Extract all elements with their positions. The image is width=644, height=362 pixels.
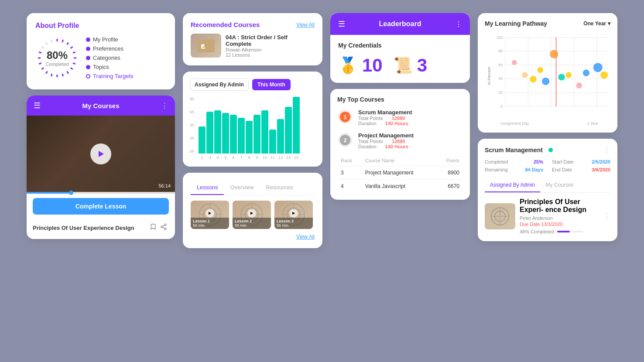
more-options-icon[interactable]: ⋮ xyxy=(161,102,168,110)
profile-item-topics[interactable]: Topics xyxy=(86,62,134,72)
tab-resources[interactable]: Resources xyxy=(260,181,299,195)
lp-header: My Learning Pathway One Year ▾ xyxy=(485,20,610,27)
scrum-course-info: Principles Of User Experi- ence Design P… xyxy=(520,198,599,234)
course-video[interactable]: 56:14 xyxy=(27,116,175,192)
bar-x-label-8: 10 xyxy=(261,155,268,160)
about-profile-card: About Profile xyxy=(27,13,175,89)
svg-line-9 xyxy=(62,74,63,76)
play-button[interactable] xyxy=(90,143,111,164)
top-courses-card: My Top Courses 1 Scrum Management Total … xyxy=(330,89,470,200)
lesson-3-thumb[interactable]: ▶ Lesson 3 55 min xyxy=(274,201,313,229)
svg-line-16 xyxy=(39,52,41,53)
lesson-3-info: Lesson 3 55 min xyxy=(274,218,313,229)
svg-point-73 xyxy=(583,70,589,76)
lp-chevron-icon: ▾ xyxy=(608,20,610,27)
profile-item-categories[interactable]: Categories xyxy=(86,53,134,62)
leaderboard-card: ☰ Leaderboard ⋮ My Credentials 🥇 10 📜 3 xyxy=(330,13,470,83)
course-item-title: 04A : Strict Order / Self Complete xyxy=(226,34,315,47)
svg-line-24 xyxy=(163,227,165,229)
svg-point-21 xyxy=(164,224,166,225)
video-time: 56:14 xyxy=(158,183,171,188)
bar-x-label-1: 3 xyxy=(206,155,213,160)
rank-1-badge: 1 xyxy=(337,109,353,125)
about-profile-title: About Profile xyxy=(35,22,166,30)
top-course-2-name: Project Management xyxy=(358,132,414,139)
profile-item-myprofile[interactable]: My Profile xyxy=(86,35,134,44)
svg-line-12 xyxy=(46,71,48,73)
assigned-by-admin-dropdown[interactable]: Assigned By Admin xyxy=(190,79,249,91)
leaderboard-hamburger-icon[interactable]: ☰ xyxy=(338,19,345,29)
recommended-course-item: 📝 04A : Strict Order / Self Complete Row… xyxy=(191,34,315,58)
scrum-title-row: Scrum Management xyxy=(485,146,553,154)
bar-x-label-5: 7 xyxy=(238,155,245,160)
profile-percent: 80% xyxy=(45,49,69,61)
svg-line-7 xyxy=(71,68,73,69)
this-month-button[interactable]: This Month xyxy=(252,79,291,90)
scrum-active-dot xyxy=(548,148,553,152)
course-title: Principles Of User Experience Design xyxy=(33,225,148,231)
recommended-title: Recomended Courses xyxy=(191,21,260,28)
stat-start-date: Start Date 2/5/2020 xyxy=(552,159,610,164)
bookmark-button[interactable] xyxy=(148,223,158,232)
hamburger-icon[interactable]: ☰ xyxy=(34,101,41,110)
top-course-2-info: Project Management Total Points 12880 Du… xyxy=(358,132,414,149)
lesson-2-thumb[interactable]: ▶ Lesson 2 55 min xyxy=(233,201,271,229)
complete-lesson-button[interactable]: Complete Lesson xyxy=(33,198,169,215)
lesson-2-play[interactable]: ▶ xyxy=(247,209,256,218)
svg-line-2 xyxy=(67,42,69,44)
svg-point-74 xyxy=(593,63,603,72)
video-progress-bar[interactable] xyxy=(27,192,175,194)
bar-x-label-11: 13 xyxy=(285,155,292,160)
scrum-more-icon[interactable]: ⋮ xyxy=(603,146,610,154)
recommended-view-all[interactable]: View All xyxy=(296,22,315,28)
tab-lessons[interactable]: Lessons xyxy=(191,181,224,195)
profile-item-training[interactable]: Training Targets xyxy=(86,72,134,81)
svg-point-72 xyxy=(576,82,582,88)
tab-my-courses[interactable]: My Courses xyxy=(540,178,579,192)
leaderboard-more-icon[interactable]: ⋮ xyxy=(455,20,462,28)
chart-area: 100 80 60 40 20 0 xyxy=(493,31,610,120)
tab-assigned-by-admin[interactable]: Assigned By Admin xyxy=(485,178,540,192)
bar-11 xyxy=(285,107,292,154)
svg-line-11 xyxy=(51,74,52,76)
recommended-header: Recomended Courses View All xyxy=(191,21,315,28)
lessons-view-all[interactable]: View All xyxy=(296,234,315,240)
bar-chart-area: 234567891011121314 xyxy=(199,97,315,160)
svg-line-17 xyxy=(41,47,44,48)
svg-text:40: 40 xyxy=(498,76,503,81)
bar-x-label-2: 4 xyxy=(214,155,221,160)
progress-fill xyxy=(557,231,570,232)
scrum-stats: Completed 25% Start Date 2/5/2020 Remain… xyxy=(485,159,610,172)
dot-icon xyxy=(86,47,90,51)
bar-7 xyxy=(253,115,260,154)
tab-overview[interactable]: Overview xyxy=(224,181,260,195)
lesson-3-play[interactable]: ▶ xyxy=(289,209,298,218)
leaderboard-header: ☰ Leaderboard ⋮ xyxy=(330,13,470,35)
certificates-count: 3 xyxy=(417,55,427,76)
y-axis-label: In Percent xyxy=(487,67,491,85)
lesson-1-play[interactable]: ▶ xyxy=(206,209,214,218)
course-item-more-icon[interactable]: ⋮ xyxy=(603,212,610,220)
lesson-1-thumb[interactable]: ▶ Lesson 1 55 min xyxy=(191,201,229,229)
certificates-item: 📜 3 xyxy=(393,55,427,76)
col-points: Points xyxy=(436,155,463,166)
svg-text:1: 1 xyxy=(343,114,346,120)
credentials-title: My Credentials xyxy=(338,42,462,49)
svg-point-68 xyxy=(542,78,549,85)
learning-pathway-card: My Learning Pathway One Year ▾ In Percen… xyxy=(478,13,617,133)
bar-0 xyxy=(199,126,206,154)
top-course-1-name: Scrum Management xyxy=(358,109,412,116)
lp-period-dropdown[interactable]: One Year ▾ xyxy=(583,20,610,27)
course-instructor: Rowan Atkenson xyxy=(226,47,315,52)
svg-line-19 xyxy=(51,40,52,42)
stat-end-date: End Date 3/6/2020 xyxy=(552,167,610,172)
credentials-body: My Credentials 🥇 10 📜 3 xyxy=(330,35,470,83)
profile-item-preferences[interactable]: Preferences xyxy=(86,44,134,53)
certificate-icon: 📜 xyxy=(393,56,413,75)
leaderboard-row-1: 4Vanilla Javascript6670 xyxy=(337,180,463,193)
svg-line-14 xyxy=(39,63,41,64)
bar-2 xyxy=(214,110,221,154)
recommended-courses-card: Recomended Courses View All 📝 04A : Stri… xyxy=(183,13,322,65)
chart-with-axis: In Percent xyxy=(485,31,610,120)
share-button[interactable] xyxy=(158,223,169,232)
